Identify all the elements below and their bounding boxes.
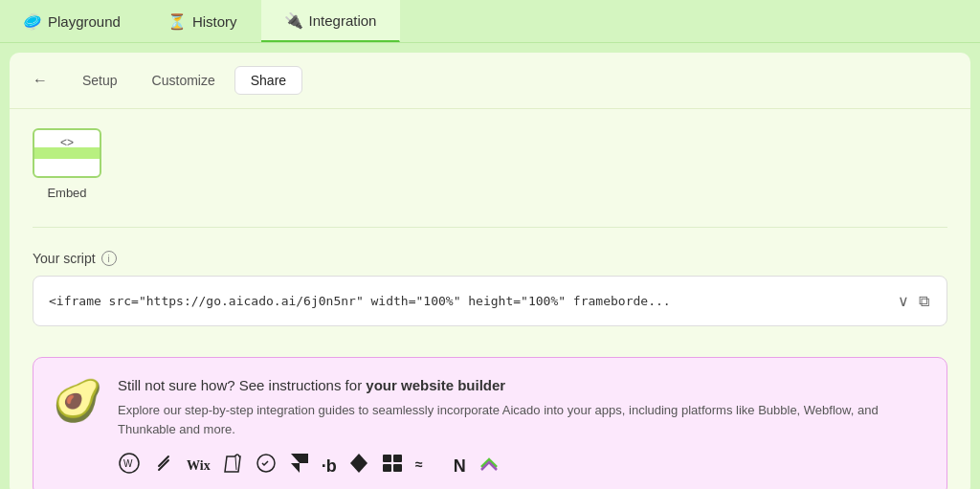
sub-nav-setup[interactable]: Setup bbox=[67, 67, 133, 94]
embed-thumbnail: <> bbox=[33, 128, 101, 178]
svg-marker-6 bbox=[291, 463, 300, 473]
clickup-icon[interactable] bbox=[478, 452, 501, 480]
svg-marker-8 bbox=[350, 463, 368, 473]
svg-text:≈: ≈ bbox=[415, 456, 423, 472]
info-heading-bold: your website builder bbox=[366, 377, 505, 393]
svg-marker-7 bbox=[350, 454, 368, 463]
info-box: 🥑 Still not sure how? See instructions f… bbox=[33, 357, 947, 489]
back-button[interactable]: ← bbox=[25, 68, 56, 93]
copy-button[interactable]: ⧉ bbox=[917, 291, 931, 312]
nav-tab-history[interactable]: ⏳ History bbox=[145, 0, 261, 42]
embed-card-label: Embed bbox=[47, 186, 86, 200]
script-actions: ∨ ⧉ bbox=[896, 290, 931, 312]
integration-icon: 🔌 bbox=[284, 11, 303, 30]
wordpress-icon[interactable]: W bbox=[118, 452, 141, 480]
svg-rect-11 bbox=[383, 464, 391, 472]
script-label-text: Your script bbox=[33, 251, 96, 266]
wix-icon[interactable]: Wix bbox=[187, 458, 211, 474]
nav-tab-integration-label: Integration bbox=[309, 12, 377, 29]
nav-tab-integration[interactable]: 🔌 Integration bbox=[261, 0, 401, 42]
info-heading: Still not sure how? See instructions for… bbox=[118, 377, 927, 393]
notion-icon[interactable]: N bbox=[454, 456, 466, 477]
script-box: <iframe src="https://go.aicado.ai/6j0n5n… bbox=[33, 276, 947, 326]
info-description: Explore our step-by-step integration gui… bbox=[118, 401, 927, 438]
info-text: Still not sure how? See instructions for… bbox=[118, 377, 927, 480]
grid-icon[interactable] bbox=[381, 453, 404, 479]
playground-icon: 🥏 bbox=[23, 12, 42, 31]
script-label: Your script i bbox=[33, 251, 947, 266]
platform-icons: W Wix bbox=[118, 452, 927, 480]
svg-rect-12 bbox=[393, 464, 402, 472]
framer2-icon[interactable] bbox=[348, 452, 369, 480]
avocado-icon: 🥑 bbox=[53, 377, 102, 480]
sub-nav-customize[interactable]: Customize bbox=[137, 67, 231, 94]
nav-tab-playground-label: Playground bbox=[48, 13, 121, 30]
webflow-icon[interactable]: ≈ bbox=[415, 454, 442, 478]
embed-section: <> Embed bbox=[10, 109, 970, 219]
nav-tab-history-label: History bbox=[192, 13, 237, 30]
info-icon[interactable]: i bbox=[101, 251, 117, 266]
svg-rect-9 bbox=[383, 455, 391, 462]
svg-text:W: W bbox=[123, 458, 133, 469]
embed-card[interactable]: <> Embed bbox=[33, 128, 101, 200]
top-nav: 🥏 Playground ⏳ History 🔌 Integration bbox=[0, 0, 980, 43]
script-section: Your script i <iframe src="https://go.ai… bbox=[10, 235, 970, 342]
expand-button[interactable]: ∨ bbox=[896, 290, 911, 312]
squarespace-icon[interactable] bbox=[152, 452, 175, 480]
svg-rect-10 bbox=[393, 455, 402, 462]
framer-icon[interactable] bbox=[289, 452, 310, 480]
svg-marker-5 bbox=[291, 454, 308, 463]
shopify-icon[interactable] bbox=[222, 452, 243, 480]
sub-nav: ← Setup Customize Share bbox=[10, 53, 970, 109]
history-icon: ⏳ bbox=[167, 12, 187, 31]
info-heading-static: Still not sure how? See instructions for bbox=[118, 377, 366, 393]
embed-options: <> Embed bbox=[33, 128, 947, 200]
nav-tab-playground[interactable]: 🥏 Playground bbox=[0, 0, 145, 42]
appgyver-icon[interactable] bbox=[255, 452, 278, 480]
bubble-icon[interactable]: ·b bbox=[322, 456, 337, 477]
main-content: ← Setup Customize Share <> Embed Your sc… bbox=[10, 53, 970, 489]
embed-thumb-icon: <> bbox=[60, 136, 74, 149]
sub-nav-share[interactable]: Share bbox=[234, 66, 302, 95]
script-value: <iframe src="https://go.aicado.ai/6j0n5n… bbox=[49, 294, 888, 308]
section-divider bbox=[33, 227, 947, 228]
